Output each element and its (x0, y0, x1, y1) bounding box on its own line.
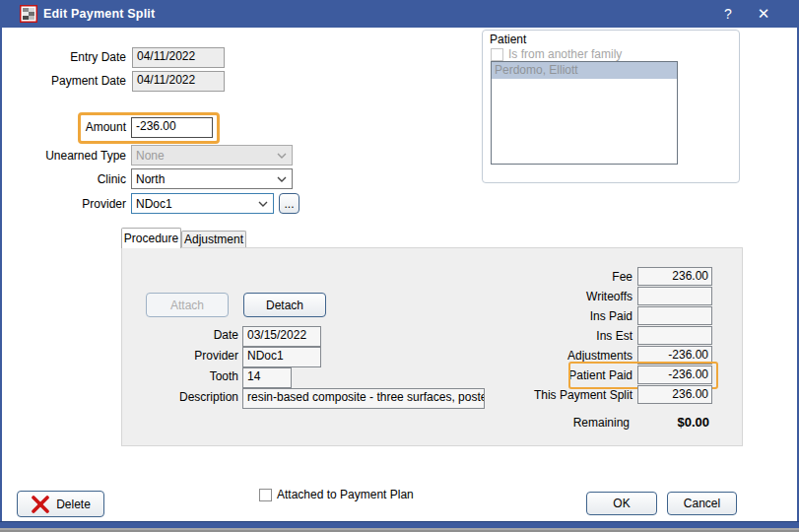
help-button[interactable]: ? (711, 0, 745, 28)
adjustments-label: Adjustments (490, 349, 637, 363)
delete-button-label: Delete (56, 498, 91, 511)
unearned-type-value: None (136, 149, 165, 163)
patient-paid-label: Patient Paid (490, 368, 637, 382)
tab-adjustment[interactable]: Adjustment (181, 231, 246, 248)
writeoffs-field (637, 287, 712, 305)
proc-provider-label: Provider (120, 347, 238, 366)
delete-x-icon (31, 495, 50, 514)
fee-row: Fee 236.00 (490, 267, 712, 286)
ins-est-row: Ins Est (490, 326, 712, 345)
unearned-type-dropdown: None (131, 145, 293, 166)
provider-value: NDoc1 (136, 197, 172, 211)
ins-est-label: Ins Est (490, 329, 637, 343)
tab-procedure[interactable]: Procedure (121, 228, 181, 248)
ins-paid-label: Ins Paid (490, 309, 637, 323)
provider-dropdown[interactable]: NDoc1 (131, 193, 274, 214)
chevron-down-icon (258, 201, 268, 207)
patient-paid-row: Patient Paid -236.00 (490, 366, 712, 384)
adjustments-row: Adjustments -236.00 (490, 346, 712, 365)
amount-input[interactable]: -236.00 (131, 117, 213, 138)
fee-field: 236.00 (637, 267, 712, 286)
ins-paid-row: Ins Paid (490, 306, 712, 325)
proc-provider-field: NDoc1 (242, 347, 321, 367)
is-from-another-family-label: Is from another family (508, 46, 622, 62)
entry-date-label: Entry Date (0, 47, 126, 67)
clinic-label: Clinic (0, 169, 126, 189)
proc-description-label: Description (120, 388, 238, 407)
payment-date-field: 04/11/2022 (132, 71, 225, 92)
window-title: Edit Payment Split (43, 7, 155, 21)
writeoffs-label: Writeoffs (490, 290, 637, 303)
ok-button[interactable]: OK (586, 492, 657, 515)
cancel-button[interactable]: Cancel (667, 492, 737, 515)
clinic-dropdown[interactable]: North (131, 168, 293, 189)
edit-payment-split-dialog: Edit Payment Split ? ✕ Entry Date 04/11/… (0, 0, 799, 532)
amount-label: Amount (0, 117, 126, 137)
remaining-value: $0.00 (634, 415, 712, 430)
payment-date-label: Payment Date (0, 71, 126, 91)
delete-button[interactable]: Delete (17, 491, 104, 517)
proc-date-label: Date (120, 326, 238, 345)
chevron-down-icon (277, 153, 287, 159)
this-payment-split-field: 236.00 (637, 385, 712, 404)
title-bar: Edit Payment Split ? ✕ (0, 0, 799, 28)
attached-to-payment-plan-label: Attached to Payment Plan (277, 487, 414, 502)
this-payment-split-label: This Payment Split (490, 388, 637, 402)
patient-listbox[interactable]: Perdomo, Elliott (491, 61, 678, 165)
remaining-row: Remaining $0.00 (490, 413, 712, 432)
patient-paid-field: -236.00 (637, 366, 712, 384)
writeoffs-row: Writeoffs (490, 287, 712, 305)
ins-est-field (637, 326, 712, 345)
unearned-type-label: Unearned Type (0, 146, 126, 166)
proc-date-field: 03/15/2022 (242, 326, 321, 347)
window-border-left (0, 28, 2, 529)
attach-button: Attach (146, 293, 229, 317)
proc-tooth-field: 14 (242, 367, 292, 388)
adjustments-field: -236.00 (637, 346, 712, 365)
chevron-down-icon (277, 176, 287, 182)
app-icon (20, 5, 37, 23)
proc-description-field: resin-based composite - three surfaces, … (242, 388, 485, 409)
this-payment-split-row: This Payment Split 236.00 (490, 385, 712, 404)
close-button[interactable]: ✕ (747, 0, 780, 28)
ins-paid-field (637, 306, 712, 325)
provider-browse-button[interactable]: ... (279, 193, 300, 214)
patient-groupbox: Patient Is from another family Perdomo, … (482, 30, 740, 183)
remaining-label: Remaining (490, 416, 634, 430)
proc-tooth-label: Tooth (120, 367, 238, 386)
provider-label: Provider (0, 194, 126, 214)
clinic-value: North (136, 172, 165, 186)
patient-list-item[interactable]: Perdomo, Elliott (492, 62, 677, 79)
patient-group-title: Patient (490, 32, 526, 47)
attached-to-payment-plan-checkbox[interactable] (259, 489, 272, 501)
is-from-another-family-checkbox (491, 48, 503, 61)
fee-label: Fee (490, 270, 637, 284)
entry-date-field: 04/11/2022 (132, 47, 225, 68)
detach-button[interactable]: Detach (243, 293, 326, 317)
